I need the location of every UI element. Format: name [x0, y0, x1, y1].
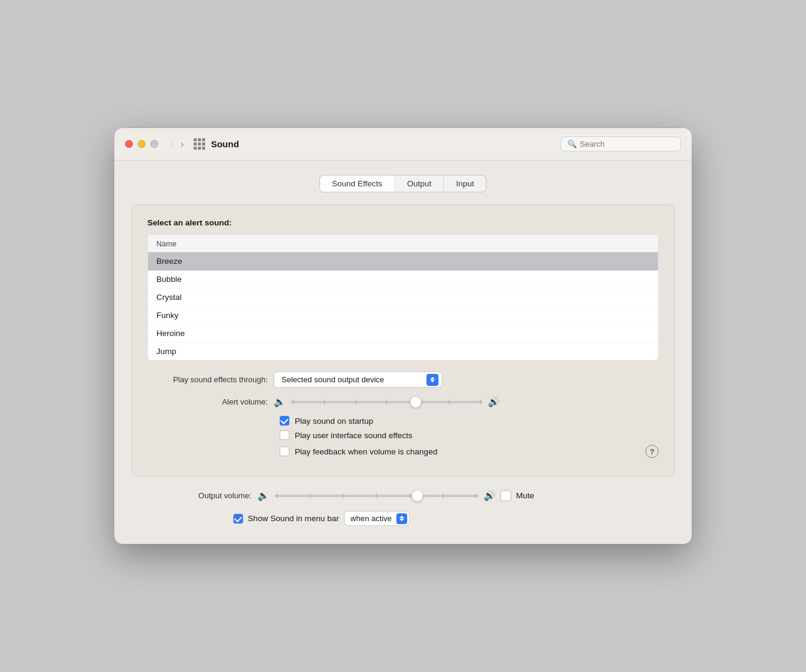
sound-list-header: Name	[148, 235, 658, 252]
when-active-select[interactable]: when active always never	[344, 511, 410, 526]
tick	[324, 400, 325, 405]
grid-dot	[202, 138, 205, 141]
grid-dot	[202, 147, 205, 150]
feedback-checkbox-label: Play feedback when volume is changed	[295, 447, 437, 456]
play-through-row: Play sound effects through: Selected sou…	[147, 371, 659, 388]
grid-dot	[198, 147, 201, 150]
titlebar: ‹ › Sound 🔍	[114, 128, 692, 160]
list-item[interactable]: Crystal	[148, 289, 658, 307]
sound-list-column-name: Name	[156, 240, 176, 248]
slider-thumb[interactable]	[412, 490, 423, 501]
alert-volume-label: Alert volume:	[147, 397, 268, 406]
tick	[277, 493, 277, 498]
sound-list: Name Breeze Bubble Crystal Funky Heroine…	[147, 234, 659, 361]
tick	[449, 400, 449, 405]
mute-checkbox[interactable]	[500, 490, 511, 501]
grid-dot	[194, 138, 197, 141]
list-item[interactable]: Bubble	[148, 270, 658, 289]
play-through-select-wrap: Selected sound output device Internal Sp…	[274, 371, 442, 388]
when-active-select-wrap: when active always never	[344, 511, 410, 526]
tabs-container: Sound Effects Output Input	[131, 175, 675, 192]
tab-input[interactable]: Input	[444, 176, 486, 192]
output-volume-slider-row: 🔈 🔊	[257, 490, 534, 501]
main-window: ‹ › Sound 🔍 Sound Effects Output Inpu	[114, 128, 692, 544]
settings-panel: Select an alert sound: Name Breeze Bubbl…	[131, 204, 675, 477]
play-through-label: Play sound effects through:	[147, 375, 268, 384]
tab-output[interactable]: Output	[395, 176, 445, 192]
search-icon: 🔍	[567, 139, 577, 148]
back-button[interactable]: ‹	[168, 138, 176, 151]
tick	[355, 400, 356, 405]
output-volume-low-icon: 🔈	[257, 490, 269, 501]
list-item[interactable]: Jump	[148, 343, 658, 360]
list-item[interactable]: Funky	[148, 307, 658, 325]
startup-checkbox-label: Play sound on startup	[295, 417, 374, 426]
close-button[interactable]	[125, 140, 133, 148]
traffic-lights	[125, 140, 158, 148]
search-box: 🔍	[561, 136, 681, 151]
tick	[376, 493, 377, 498]
alert-volume-row: Alert volume: 🔈	[147, 396, 659, 408]
slider-thumb[interactable]	[410, 397, 421, 408]
ui-sounds-checkbox-label: Play user interface sound effects	[295, 431, 413, 440]
mute-label: Mute	[516, 491, 534, 500]
search-input[interactable]	[580, 139, 674, 148]
tick	[343, 493, 343, 498]
volume-low-icon: 🔈	[274, 396, 286, 408]
window-title: Sound	[211, 139, 561, 149]
slider-ticks	[274, 495, 479, 497]
feedback-checkbox-row: Play feedback when volume is changed ?	[280, 445, 659, 458]
alert-volume-slider-row: 🔈 🔊	[274, 396, 500, 408]
tick	[310, 493, 310, 498]
startup-checkbox[interactable]	[280, 416, 289, 426]
output-volume-high-icon: 🔊	[484, 490, 496, 501]
tab-group: Sound Effects Output Input	[319, 175, 487, 192]
nav-buttons: ‹ ›	[168, 138, 186, 151]
grid-dot	[194, 147, 197, 150]
alert-volume-slider[interactable]	[291, 401, 483, 403]
tick	[410, 493, 410, 498]
startup-checkbox-row: Play sound on startup	[280, 416, 659, 426]
main-content: Sound Effects Output Input Select an ale…	[114, 160, 692, 544]
maximize-button[interactable]	[150, 140, 158, 148]
help-button[interactable]: ?	[645, 445, 659, 458]
forward-button[interactable]: ›	[178, 138, 186, 151]
grid-dot	[198, 138, 201, 141]
output-volume-label: Output volume:	[131, 491, 251, 500]
ui-sounds-checkbox[interactable]	[280, 430, 289, 440]
slider-ticks	[291, 401, 483, 403]
output-volume-slider[interactable]	[274, 495, 479, 497]
play-through-select[interactable]: Selected sound output device Internal Sp…	[274, 371, 442, 388]
show-sound-label: Show Sound in menu bar	[248, 514, 339, 523]
output-section: Output volume: 🔈	[131, 490, 675, 526]
ui-sounds-checkbox-row: Play user interface sound effects	[280, 430, 659, 440]
tick	[476, 493, 476, 498]
tab-sound-effects[interactable]: Sound Effects	[320, 176, 395, 192]
minimize-button[interactable]	[138, 140, 146, 148]
alert-sound-label: Select an alert sound:	[147, 218, 659, 227]
grid-dot	[194, 142, 197, 145]
output-volume-row: Output volume: 🔈	[131, 490, 675, 501]
feedback-checkbox[interactable]	[280, 447, 289, 456]
list-item[interactable]: Heroine	[148, 325, 658, 343]
list-item[interactable]: Breeze	[148, 252, 658, 270]
volume-high-icon: 🔊	[488, 396, 500, 408]
grid-dot	[198, 142, 201, 145]
show-sound-checkbox[interactable]	[233, 514, 243, 524]
tick	[293, 400, 294, 405]
show-sound-row: Show Sound in menu bar when active alway…	[233, 511, 675, 526]
tick	[443, 493, 443, 498]
grid-icon[interactable]	[194, 138, 205, 150]
tick	[386, 400, 387, 405]
tick	[480, 400, 481, 405]
grid-dot	[202, 142, 205, 145]
